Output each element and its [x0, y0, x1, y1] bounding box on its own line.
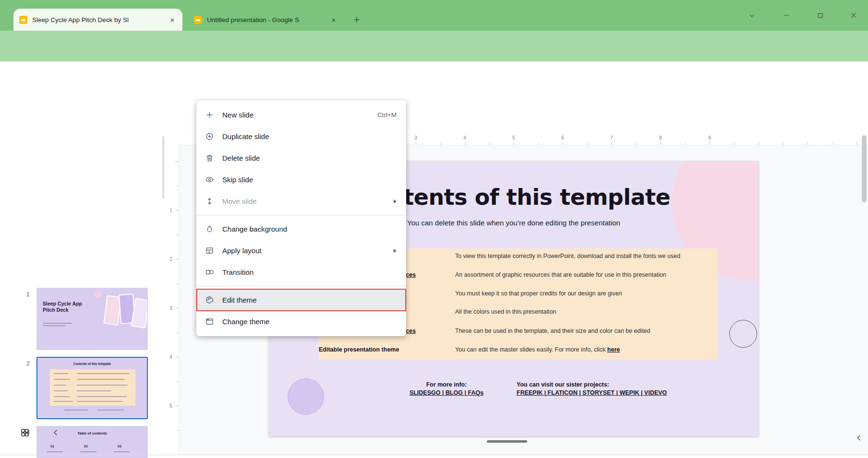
ruler-number: 5: [169, 403, 172, 409]
ruler-tick: [175, 406, 179, 406]
ruler-tick: [416, 141, 416, 145]
menu-item-change-background[interactable]: Change background: [196, 218, 406, 240]
thumb2-title: Contents of this template: [37, 362, 147, 365]
tab-search-chevron-icon[interactable]: [743, 7, 760, 24]
ruler-tick: [177, 235, 179, 235]
menu-item-move-slide[interactable]: Move slide: [196, 190, 406, 212]
collapse-filmstrip-chevron-icon[interactable]: [49, 426, 62, 439]
filmstrip: 1 Sleep Cycle App Pitch Deck 2 Contents …: [0, 133, 167, 455]
slide-number: 1: [17, 291, 30, 298]
window-bottom-divider: [0, 455, 868, 455]
menu-item-change-theme[interactable]: Change theme: [196, 311, 406, 332]
slides-favicon: [19, 16, 27, 24]
eye-icon: [205, 175, 214, 184]
footer-more-info: For more info: SLIDESGO | BLOG | FAQs: [389, 381, 504, 397]
outlined-circle-decoration: [729, 320, 757, 348]
tab-close-icon[interactable]: ×: [168, 15, 177, 24]
ruler-number: 5: [512, 135, 515, 141]
lavender-circle-decoration: [288, 378, 324, 415]
ruler-tick: [759, 141, 759, 145]
ruler-number: 3: [169, 305, 172, 311]
palette-icon: [205, 295, 214, 305]
ruler-tick: [440, 143, 441, 145]
ruler-tick: [612, 141, 612, 145]
ruler-number: 4: [463, 135, 466, 141]
ruler-tick: [177, 186, 179, 186]
transition-icon: [205, 268, 214, 277]
layout-icon: [205, 246, 214, 255]
ruler-tick: [175, 161, 179, 162]
close-button[interactable]: [845, 7, 862, 24]
slide-menu-popup: New slide Ctrl+M Duplicate slide Delete …: [196, 100, 406, 336]
slide-thumbnail-1[interactable]: Sleep Cycle App Pitch Deck: [36, 288, 148, 350]
menu-item-duplicate-slide[interactable]: Duplicate slide: [196, 126, 406, 147]
footer-links[interactable]: SLIDESGO | BLOG | FAQs: [389, 389, 504, 397]
menu-divider: [196, 286, 406, 286]
ruler-tick: [783, 143, 784, 145]
ruler-tick: [832, 143, 832, 145]
menu-divider: [196, 215, 406, 215]
maximize-button[interactable]: [811, 7, 829, 24]
thumb1-circle-decoration: [95, 291, 101, 298]
ruler-tick: [661, 141, 661, 145]
ruler-tick: [808, 141, 808, 145]
edit-toolbar: Fit Background Layout Theme Transition: [0, 103, 868, 134]
ruler-number: 6: [561, 135, 564, 141]
ruler-tick: [489, 143, 490, 145]
ruler-tick: [177, 283, 179, 284]
ruler-number: 9: [708, 135, 711, 141]
ruler-tick: [175, 259, 179, 259]
ruler-number: 4: [169, 354, 172, 360]
tab-inactive[interactable]: Untitled presentation - Google S ×: [188, 9, 344, 31]
tab-active[interactable]: Sleep Cycle App Pitch Deck by Sl ×: [13, 9, 182, 31]
ruler-tick: [538, 143, 539, 145]
browser-window: Sleep Cycle App Pitch Deck by Sl × Untit…: [0, 0, 868, 458]
canvas-scrollbar[interactable]: [862, 135, 867, 202]
duplicate-icon: [205, 132, 214, 141]
ruler-tick: [587, 143, 588, 145]
background-droplet-icon: [205, 224, 214, 234]
slide-thumbnail-2[interactable]: Contents of this template: [36, 357, 148, 419]
ruler-tick: [177, 332, 179, 333]
menu-item-transition[interactable]: Transition: [196, 261, 406, 283]
ruler-tick: [177, 381, 179, 382]
slide-number: 2: [17, 360, 30, 367]
browser-toolbar: docs.google.com/presentation/d/1TZq4AWgi…: [0, 31, 868, 61]
ruler-number: 1: [169, 207, 172, 213]
thumb1-title: Sleep Cycle App Pitch Deck: [43, 301, 87, 313]
menu-item-new-slide[interactable]: New slide Ctrl+M: [196, 104, 406, 126]
tab-strip: Sleep Cycle App Pitch Deck by Sl × Untit…: [0, 0, 868, 31]
tab-title: Sleep Cycle App Pitch Deck by Sl: [32, 16, 163, 23]
tab-close-icon[interactable]: ×: [329, 15, 338, 24]
ruler-tick: [465, 141, 465, 145]
ruler-tick: [175, 210, 179, 211]
vertical-ruler: 12345: [167, 145, 179, 455]
thumb2-table: [50, 369, 135, 406]
new-tab-button[interactable]: [350, 12, 364, 27]
workspace: 1 Sleep Cycle App Pitch Deck 2 Contents …: [0, 133, 868, 455]
menu-item-apply-layout[interactable]: Apply layout: [196, 240, 406, 261]
footer-sister-projects: You can visit our sister projects: FREEP…: [517, 381, 667, 397]
here-link[interactable]: here: [607, 346, 620, 353]
filmstrip-scrollbar[interactable]: [162, 136, 164, 199]
menu-item-edit-theme[interactable]: Edit theme: [196, 289, 406, 311]
grid-view-icon[interactable]: [18, 426, 32, 439]
ruler-tick: [514, 141, 514, 145]
menu-item-skip-slide[interactable]: Skip slide: [196, 169, 406, 190]
slides-header: Sleep Cycle App Pitch Deck by Slidesgo F…: [0, 61, 868, 103]
sister-links[interactable]: FREEPIK | FLATICON | STORYSET | WEPIK | …: [517, 389, 667, 397]
ruler-number: 3: [414, 135, 417, 141]
toc-number: 01: [50, 445, 54, 448]
table-row: Editable presentation theme You can edit…: [319, 346, 717, 357]
ruler-number: 2: [169, 256, 172, 262]
toc-number: 02: [84, 445, 88, 448]
menu-item-delete-slide[interactable]: Delete slide: [196, 147, 406, 169]
ruler-corner: [167, 133, 179, 145]
ruler-tick: [177, 430, 179, 431]
move-icon: [205, 197, 214, 206]
corner-chevron-icon[interactable]: [853, 432, 865, 444]
theme-frame-icon: [205, 317, 214, 326]
scroll-pill[interactable]: [487, 440, 527, 443]
minimize-button[interactable]: [778, 7, 795, 24]
ruler-tick: [175, 308, 179, 308]
